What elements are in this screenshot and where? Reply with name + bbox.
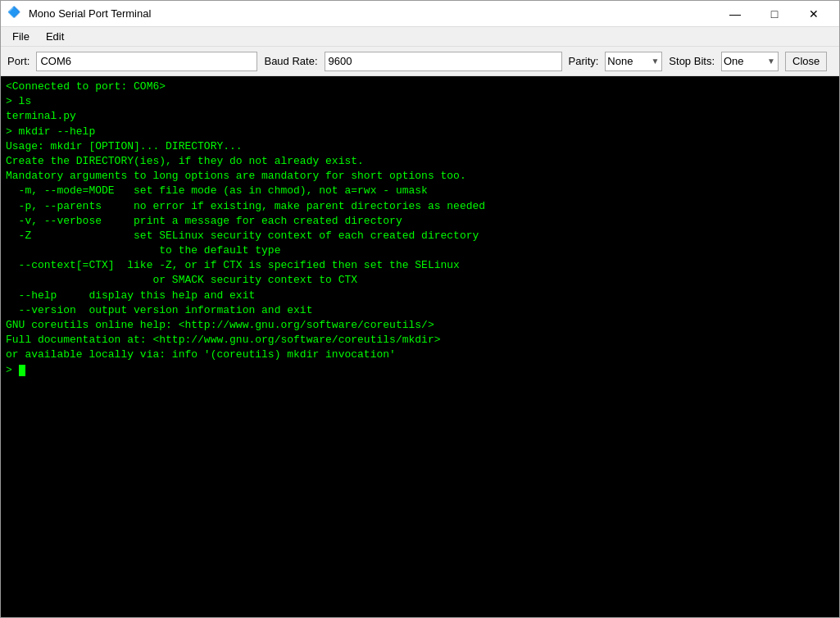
terminal-line: or available locally via: info '(coreuti… [6, 348, 834, 362]
menu-file[interactable]: File [4, 29, 38, 44]
terminal-line: <Connected to port: COM6> [6, 80, 834, 94]
parity-select[interactable]: None Even Odd [605, 52, 662, 71]
baud-label: Baud Rate: [264, 55, 317, 67]
stopbits-select[interactable]: One Two OnePointFive [721, 52, 779, 71]
terminal-cursor [19, 365, 25, 376]
terminal-line: --version output version information and… [6, 303, 834, 318]
terminal-line: Full documentation at: <http://www.gnu.o… [6, 333, 834, 348]
title-bar: 🔷 Mono Serial Port Terminal — □ ✕ [1, 1, 839, 27]
port-input[interactable] [36, 52, 257, 71]
terminal-line: -p, --parents no error if existing, make… [6, 199, 834, 214]
terminal-line: Usage: mkdir [OPTION]... DIRECTORY... [6, 139, 834, 154]
parity-label: Parity: [569, 55, 599, 67]
close-port-button[interactable]: Close [785, 52, 827, 71]
close-window-button[interactable]: ✕ [795, 1, 833, 27]
terminal-prompt-line: > [6, 363, 834, 378]
menu-bar: File Edit [1, 27, 839, 47]
toolbar: Port: Baud Rate: Parity: None Even Odd ▼… [1, 47, 839, 76]
terminal-line: > ls [6, 94, 834, 109]
window-controls: — □ ✕ [716, 1, 833, 27]
parity-wrapper: None Even Odd ▼ [605, 52, 662, 71]
main-window: 🔷 Mono Serial Port Terminal — □ ✕ File E… [0, 0, 840, 618]
terminal-line: > mkdir --help [6, 125, 834, 139]
terminal-output[interactable]: <Connected to port: COM6>> lsterminal.py… [1, 76, 839, 617]
minimize-button[interactable]: — [716, 1, 754, 27]
terminal-line: terminal.py [6, 109, 834, 124]
terminal-line: -Z set SELinux security context of each … [6, 229, 834, 243]
window-title: Mono Serial Port Terminal [29, 7, 151, 20]
terminal-line: --context[=CTX] like -Z, or if CTX is sp… [6, 258, 834, 273]
terminal-line: -v, --verbose print a message for each c… [6, 214, 834, 229]
stopbits-wrapper: One Two OnePointFive ▼ [721, 52, 779, 71]
title-bar-left: 🔷 Mono Serial Port Terminal [7, 6, 151, 22]
port-label: Port: [7, 55, 30, 67]
terminal-line: or SMACK security context to CTX [6, 273, 834, 288]
menu-edit[interactable]: Edit [38, 29, 72, 44]
terminal-line: --help display this help and exit [6, 289, 834, 303]
app-icon: 🔷 [7, 6, 24, 22]
stopbits-label: Stop Bits: [669, 55, 715, 67]
terminal-line: to the default type [6, 243, 834, 258]
terminal-line: -m, --mode=MODE set file mode (as in chm… [6, 184, 834, 198]
maximize-button[interactable]: □ [756, 1, 793, 27]
baud-input[interactable] [325, 52, 562, 71]
terminal-line: Mandatory arguments to long options are … [6, 169, 834, 184]
terminal-line: GNU coreutils online help: <http://www.g… [6, 318, 834, 333]
terminal-line: Create the DIRECTORY(ies), if they do no… [6, 154, 834, 169]
